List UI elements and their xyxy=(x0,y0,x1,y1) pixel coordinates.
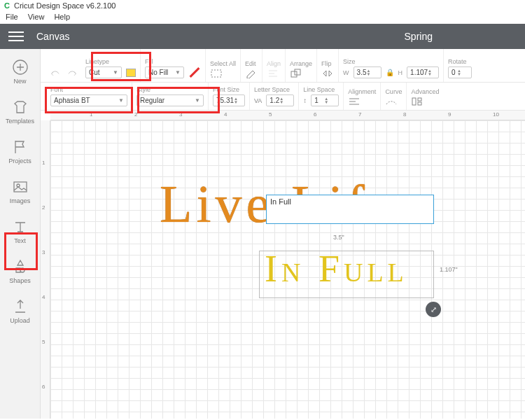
width-input[interactable]: 3.5▲▼ xyxy=(354,66,382,78)
font-dropdown[interactable]: Aphasia BT▼ xyxy=(50,94,127,106)
menu-file[interactable]: File xyxy=(6,13,18,21)
arrange-dropdown[interactable] xyxy=(290,69,302,78)
shapes-icon xyxy=(12,258,29,275)
curve-button[interactable] xyxy=(385,97,398,106)
ruler-tick: 10 xyxy=(493,111,499,118)
ruler-tick: 3 xyxy=(42,249,45,255)
flip-label: Flip xyxy=(321,60,334,67)
canvas-label: Canvas xyxy=(36,31,69,42)
linetype-dropdown[interactable]: Cut▼ xyxy=(85,66,122,78)
image-icon xyxy=(12,178,29,195)
alignment-label: Alignment xyxy=(348,88,376,95)
ruler-tick: 5 xyxy=(42,339,45,345)
caret-down-icon: ▼ xyxy=(195,97,200,104)
sidebar-item-upload[interactable]: Upload xyxy=(6,295,35,327)
ruler-tick: 6 xyxy=(42,384,45,390)
letterspace-label: Letter Space xyxy=(254,86,294,93)
selection-box[interactable]: ⤢ xyxy=(259,251,434,298)
style-label: Style xyxy=(136,86,204,93)
svg-rect-4 xyxy=(291,71,297,77)
sidebar-label: Shapes xyxy=(9,277,31,284)
height-input[interactable]: 1.107▲▼ xyxy=(407,66,439,78)
ruler-tick: 6 xyxy=(314,111,316,118)
ruler-tick: 4 xyxy=(224,111,227,118)
sidebar-label: New xyxy=(13,78,26,85)
align-dropdown xyxy=(267,69,279,78)
ruler-tick: 2 xyxy=(42,204,45,211)
sidebar-item-templates[interactable]: Templates xyxy=(6,96,35,127)
header-bar: Canvas Spring xyxy=(0,24,525,49)
linespace-label: Line Space xyxy=(303,86,339,93)
ruler-tick: 8 xyxy=(403,111,406,118)
svg-rect-3 xyxy=(211,70,221,77)
no-fill-icon xyxy=(190,67,200,78)
select-all-button[interactable] xyxy=(210,69,223,78)
fill-label: Fill xyxy=(145,58,201,65)
advanced-dropdown[interactable] xyxy=(411,97,424,106)
redo-button[interactable] xyxy=(66,67,77,78)
design-canvas[interactable]: 12345678910 123456 Live Life In Full ⤢ 3… xyxy=(41,111,525,419)
size-label: Size xyxy=(343,58,439,65)
selection-height-label: 1.107" xyxy=(440,266,458,273)
project-name[interactable]: Spring xyxy=(405,31,433,42)
window-titlebar: C Cricut Design Space v6.2.100 xyxy=(0,0,525,11)
linetype-color-swatch[interactable] xyxy=(126,69,136,77)
sidebar-item-projects[interactable]: Projects xyxy=(6,136,35,167)
app-title: Cricut Design Space v6.2.100 xyxy=(14,1,116,10)
menu-help[interactable]: Help xyxy=(54,13,70,21)
toolbar-row-1: Linetype Cut▼ Fill No Fill▼ Select All E… xyxy=(41,49,525,83)
sidebar-item-images[interactable]: Images xyxy=(6,176,35,207)
vertical-ruler: 123456 xyxy=(41,120,50,419)
sidebar-item-new[interactable]: New xyxy=(6,56,35,88)
ruler-tick: 9 xyxy=(448,111,451,118)
fontsize-label: Font Size xyxy=(213,86,245,93)
hamburger-icon[interactable] xyxy=(8,31,24,41)
sidebar-label: Text xyxy=(14,237,26,244)
letterspace-icon: VA xyxy=(254,97,262,104)
style-dropdown[interactable]: Regular▼ xyxy=(136,94,204,106)
letterspace-input[interactable]: 1.2▲▼ xyxy=(266,94,294,106)
sidebar-label: Images xyxy=(10,197,31,204)
linespace-input[interactable]: 1▲▼ xyxy=(311,94,339,106)
text-edit-input[interactable] xyxy=(266,195,434,224)
caret-down-icon: ▼ xyxy=(113,69,118,76)
left-sidebar: New Templates Projects Images Text Shape… xyxy=(0,49,41,419)
align-label: Align xyxy=(267,60,281,67)
flag-icon xyxy=(12,139,29,155)
svg-rect-1 xyxy=(14,182,27,192)
rotate-handle-icon[interactable]: ⤢ xyxy=(426,302,441,317)
flip-dropdown[interactable] xyxy=(321,69,334,78)
ruler-tick: 7 xyxy=(358,111,361,118)
fontsize-input[interactable]: 75.31▲▼ xyxy=(213,94,245,106)
ruler-tick: 2 xyxy=(134,111,137,118)
rotate-input[interactable]: 0▲▼ xyxy=(448,66,472,78)
advanced-label: Advanced xyxy=(411,88,439,95)
toolbar-row-2: Font Aphasia BT▼ Style Regular▼ Font Siz… xyxy=(41,83,525,111)
ruler-tick: 5 xyxy=(269,111,272,118)
menu-view[interactable]: View xyxy=(28,13,45,21)
sidebar-item-text[interactable]: Text xyxy=(6,216,35,247)
fill-dropdown[interactable]: No Fill▼ xyxy=(145,66,184,78)
lock-icon[interactable]: 🔒 xyxy=(386,69,394,76)
linetype-label: Linetype xyxy=(85,58,136,65)
edit-dropdown[interactable] xyxy=(245,69,258,78)
ruler-tick: 4 xyxy=(42,294,45,300)
plus-circle-icon xyxy=(12,59,29,76)
w-label: W xyxy=(343,69,349,76)
h-label: H xyxy=(398,69,403,76)
selectall-label: Select All xyxy=(210,60,236,67)
horizontal-ruler: 12345678910 xyxy=(50,111,525,120)
caret-down-icon: ▼ xyxy=(175,69,181,76)
menu-bar: File View Help xyxy=(0,11,525,24)
svg-rect-8 xyxy=(418,102,421,105)
upload-icon xyxy=(12,298,29,315)
svg-rect-7 xyxy=(418,98,421,101)
alignment-dropdown[interactable] xyxy=(348,97,360,106)
ruler-tick: 1 xyxy=(42,160,45,166)
sidebar-item-shapes[interactable]: Shapes xyxy=(6,255,35,287)
undo-button[interactable] xyxy=(50,67,62,78)
edit-label: Edit xyxy=(245,60,258,67)
ruler-tick: 1 xyxy=(90,111,92,118)
text-icon xyxy=(12,218,29,235)
linespace-icon: ↕ xyxy=(303,97,307,104)
